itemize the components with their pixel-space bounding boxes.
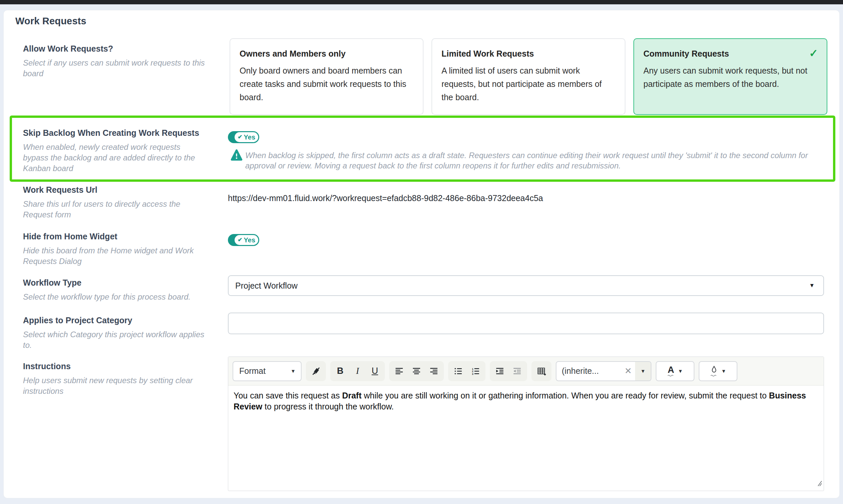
table-icon <box>537 366 546 376</box>
option-body: A limited list of users can submit work … <box>442 64 615 104</box>
skip-backlog-label: Skip Backlog When Creating Work Requests <box>23 128 199 138</box>
option-body: Any users can submit work requests, but … <box>643 64 818 91</box>
option-community-requests[interactable]: Community Requests Any users can submit … <box>633 38 827 115</box>
indent-icon <box>496 367 504 376</box>
caret-down-icon: ▼ <box>635 368 651 374</box>
text-style-group: B I U <box>330 361 385 381</box>
text-color-a-icon: A <box>668 365 674 375</box>
bulleted-list-button[interactable] <box>449 362 467 380</box>
instructions-labels: Instructions Help users submit new reque… <box>23 361 210 396</box>
option-body: Only board owners and board members can … <box>240 64 413 104</box>
format-dropdown-value: Format <box>233 366 285 376</box>
list-group: 123 <box>448 361 485 381</box>
format-dropdown[interactable]: Format ▼ <box>233 361 302 381</box>
toggle-state-label: Yes <box>244 235 255 245</box>
url-labels: Work Requests Url Share this url for use… <box>23 185 210 220</box>
option-owners-and-members[interactable]: Owners and Members only Only board owner… <box>229 38 424 115</box>
toggle-thumb: ✔ Yes <box>235 235 258 245</box>
editor-content-area[interactable]: You can save this request as Draft while… <box>228 385 824 491</box>
allow-options-row: Owners and Members only Only board owner… <box>229 38 827 115</box>
project-category-labels: Applies to Project Category Select which… <box>23 315 210 350</box>
workflow-type-label: Workflow Type <box>23 277 229 288</box>
outdent-button[interactable] <box>509 362 526 380</box>
instructions-rich-text-editor: Format ▼ B I <box>228 357 824 491</box>
workflow-type-labels: Workflow Type Select the workflow type f… <box>23 277 229 302</box>
align-center-button[interactable] <box>408 362 425 380</box>
window-top-bar <box>0 0 843 4</box>
remove-format-button[interactable] <box>307 362 325 380</box>
align-left-button[interactable] <box>391 362 408 380</box>
indent-group <box>490 361 527 381</box>
page-title: Work Requests <box>15 16 86 26</box>
toggle-check-icon: ✔ <box>238 132 242 142</box>
allow-work-requests-description: Select if any users can submit work requ… <box>23 58 210 79</box>
hide-widget-label: Hide from Home Widget <box>23 231 210 241</box>
clear-font-icon[interactable]: ✕ <box>621 366 635 376</box>
allow-work-requests-label: Allow Work Requests? <box>23 43 210 54</box>
table-group <box>531 361 551 381</box>
skip-backlog-toggle[interactable]: ✔ Yes <box>228 131 259 143</box>
align-left-icon <box>395 367 403 376</box>
underline-icon: U <box>372 366 378 376</box>
align-right-button[interactable] <box>425 362 443 380</box>
align-center-icon <box>412 367 421 376</box>
editor-toolbar: Format ▼ B I <box>228 357 824 385</box>
url-description: Share this url for users to directly acc… <box>23 199 210 220</box>
skip-backlog-description: When enabled, newly created work request… <box>23 142 205 174</box>
warning-icon <box>230 148 243 162</box>
alignment-group <box>389 361 444 381</box>
droplet-icon <box>710 365 718 375</box>
bulleted-list-icon <box>454 367 463 376</box>
squiggle-underline-icon <box>710 375 718 377</box>
italic-button[interactable]: I <box>349 362 366 380</box>
toggle-state-label: Yes <box>244 132 255 142</box>
hide-widget-labels: Hide from Home Widget Hide this board fr… <box>23 231 210 267</box>
allow-work-requests-labels: Allow Work Requests? Select if any users… <box>23 43 210 79</box>
outdent-icon <box>513 367 521 376</box>
selected-check-icon: ✓ <box>809 47 818 59</box>
italic-icon: I <box>356 366 359 376</box>
workflow-type-description: Select the workflow type for this proces… <box>23 292 229 302</box>
remove-format-group <box>306 361 326 381</box>
underline-button[interactable]: U <box>366 362 383 380</box>
svg-text:3: 3 <box>472 372 474 375</box>
option-title: Limited Work Requests <box>442 49 615 59</box>
font-caret-segment[interactable]: ▼ <box>635 362 651 380</box>
insert-table-button[interactable] <box>533 362 550 380</box>
indent-button[interactable] <box>491 362 509 380</box>
workflow-type-select[interactable]: Project Workflow ▼ <box>228 275 824 296</box>
numbered-list-button[interactable]: 123 <box>467 362 484 380</box>
toggle-thumb: ✔ Yes <box>235 132 258 142</box>
resize-handle[interactable] <box>816 478 822 489</box>
squiggle-underline-icon <box>667 375 675 377</box>
font-family-value: (inherite... <box>556 366 621 376</box>
project-category-description: Select which Category this project workf… <box>23 329 210 350</box>
option-title: Owners and Members only <box>240 49 413 59</box>
work-requests-settings-card: Work Requests Allow Work Requests? Selec… <box>3 10 840 498</box>
option-title: Community Requests <box>643 49 818 59</box>
caret-down-icon: ▼ <box>285 368 301 374</box>
numbered-list-icon: 123 <box>471 367 480 376</box>
instructions-description: Help users submit new requests by settin… <box>23 375 210 396</box>
background-color-glyph <box>710 365 718 377</box>
option-limited-work-requests[interactable]: Limited Work Requests A limited list of … <box>431 38 625 115</box>
toggle-check-icon: ✔ <box>238 235 242 245</box>
caret-down-icon: ▼ <box>809 282 823 289</box>
align-right-icon <box>430 367 438 376</box>
text-color-glyph: A <box>667 365 675 377</box>
project-category-label: Applies to Project Category <box>23 315 210 325</box>
font-family-dropdown[interactable]: (inherite... ✕ ▼ <box>556 361 651 381</box>
project-category-input[interactable] <box>228 312 824 334</box>
bold-icon: B <box>337 366 344 376</box>
background-color-button[interactable]: ▼ <box>699 361 737 381</box>
work-requests-url-value: https://dev-mm01.fluid.work/?workrequest… <box>228 193 543 203</box>
caret-down-icon: ▼ <box>721 368 726 374</box>
url-label: Work Requests Url <box>23 185 210 195</box>
text-color-button[interactable]: A ▼ <box>656 361 694 381</box>
hide-widget-description: Hide this board from the Home widget and… <box>23 245 210 267</box>
instructions-label: Instructions <box>23 361 210 371</box>
bold-button[interactable]: B <box>331 362 349 380</box>
hide-widget-toggle[interactable]: ✔ Yes <box>228 234 259 246</box>
editor-text: to progress it through the workflow. <box>262 402 394 411</box>
editor-text: while you are still working on it or gat… <box>362 391 769 400</box>
